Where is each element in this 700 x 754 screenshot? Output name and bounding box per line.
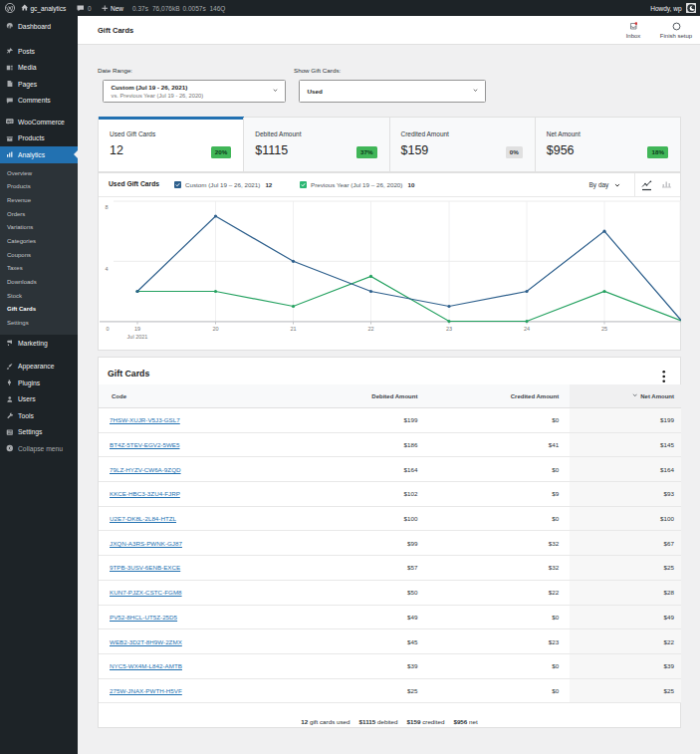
svg-text:19: 19 [134,326,140,332]
svg-text:25: 25 [601,326,607,332]
svg-text:24: 24 [524,326,530,332]
svg-text:8: 8 [105,204,108,210]
svg-text:20: 20 [212,326,218,332]
svg-text:4: 4 [105,266,108,272]
svg-text:22: 22 [367,326,373,332]
svg-text:0: 0 [106,326,109,332]
svg-text:21: 21 [290,326,296,332]
svg-text:Jul 2021: Jul 2021 [127,334,148,340]
svg-text:23: 23 [446,326,452,332]
